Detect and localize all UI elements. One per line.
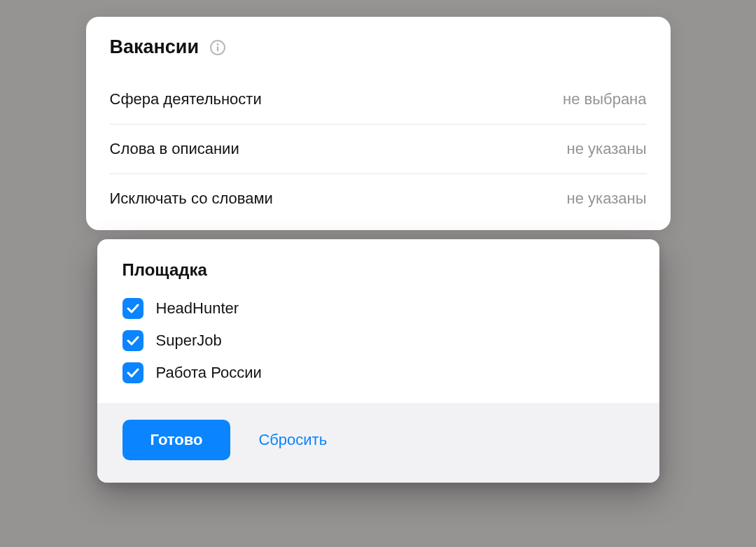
row-label: Сфера деятельности [110,90,262,108]
checkbox-checked-icon [122,362,144,383]
checkbox-checked-icon [122,298,144,319]
checkbox-superjob[interactable]: SuperJob [122,330,634,351]
card-header: Вакансии [86,17,671,75]
done-button[interactable]: Готово [122,420,231,460]
row-include-words[interactable]: Слова в описании не указаны [110,125,647,174]
popover-body: Площадка HeadHunter SuperJob [97,239,659,403]
filter-card: Вакансии Сфера деятельности не выбрана С… [86,17,671,230]
checkbox-label: SuperJob [156,332,222,350]
row-value: не указаны [567,140,647,158]
svg-rect-2 [217,46,218,51]
row-value: не указаны [567,190,647,208]
platform-popover: Площадка HeadHunter SuperJob [97,239,659,483]
card-title: Вакансии [110,36,200,58]
popover-title: Площадка [122,260,634,280]
checkbox-label: Работа России [156,364,262,382]
filter-rows: Сфера деятельности не выбрана Слова в оп… [86,75,671,230]
checkbox-headhunter[interactable]: HeadHunter [122,298,634,319]
checkbox-rabota-rossii[interactable]: Работа России [122,362,634,383]
row-label: Исключать со словами [110,190,273,208]
row-value: не выбрана [563,90,646,108]
popover-footer: Готово Сбросить [97,403,659,483]
info-icon[interactable] [209,38,227,57]
row-sphere[interactable]: Сфера деятельности не выбрана [110,75,647,125]
checkbox-label: HeadHunter [156,299,239,318]
checkbox-list: HeadHunter SuperJob Работа России [122,298,634,383]
row-label: Слова в описании [110,140,239,158]
row-exclude-words[interactable]: Исключать со словами не указаны [110,174,647,230]
reset-button[interactable]: Сбросить [258,431,327,449]
checkbox-checked-icon [122,330,144,351]
svg-point-1 [217,43,219,45]
